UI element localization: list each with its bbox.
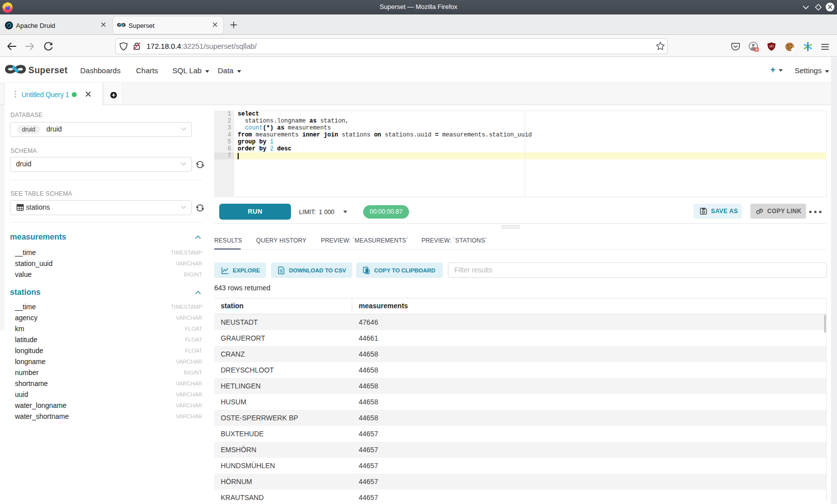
svg-text:uO: uO	[769, 44, 774, 48]
